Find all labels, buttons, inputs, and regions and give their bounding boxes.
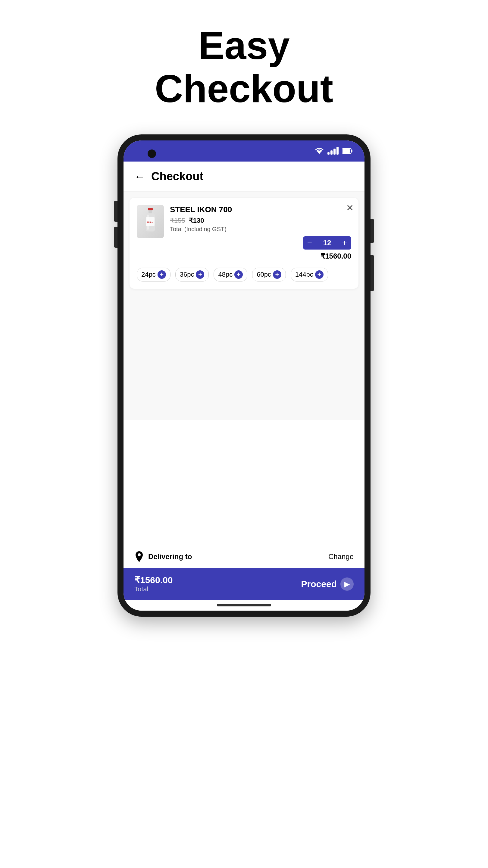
item-name: STEEL IKON 700 xyxy=(170,205,351,214)
proceed-bar: ₹1560.00 Total Proceed ▶ xyxy=(124,568,364,600)
price-row: ₹155 ₹130 xyxy=(170,217,351,224)
bulk-options: 24pc + 36pc + 48pc + 60pc + xyxy=(137,268,351,281)
change-address-button[interactable]: Change xyxy=(328,553,354,561)
location-icon xyxy=(134,551,144,562)
gst-label: Total (Including GST) xyxy=(170,226,351,233)
volume-up-btn[interactable] xyxy=(114,201,118,222)
delivery-bar: Delivering to Change xyxy=(124,545,364,568)
bulk-option-36[interactable]: 36pc + xyxy=(175,268,209,281)
svg-rect-2 xyxy=(343,149,350,153)
item-total: ₹1560.00 xyxy=(137,252,351,260)
volume-buttons xyxy=(114,201,118,248)
quantity-control: − 12 + xyxy=(303,236,351,250)
phone-screen: ← Checkout ✕ xyxy=(124,141,364,611)
status-icons xyxy=(315,147,352,155)
svg-text:Milton: Milton xyxy=(147,221,154,223)
home-bar xyxy=(217,604,271,607)
proceed-button[interactable]: Proceed ▶ xyxy=(301,578,354,591)
app-header: ← Checkout xyxy=(124,161,364,192)
status-bar xyxy=(124,141,364,161)
delivering-label: Delivering to xyxy=(148,553,192,561)
bulk-option-144[interactable]: 144pc + xyxy=(291,268,328,281)
increase-quantity-button[interactable]: + xyxy=(338,236,351,250)
page-title: Checkout xyxy=(151,170,203,183)
cart-item-card: ✕ xyxy=(130,198,358,289)
bulk-option-36-label: 36pc xyxy=(180,271,194,278)
bulk-option-144-label: 144pc xyxy=(295,271,313,278)
svg-rect-5 xyxy=(149,210,152,213)
remove-item-button[interactable]: ✕ xyxy=(346,203,354,213)
cart-spacer xyxy=(124,420,364,545)
bulk-option-48-label: 48pc xyxy=(218,271,233,278)
phone-frame: ← Checkout ✕ xyxy=(118,134,370,617)
volume-down-btn[interactable] xyxy=(114,227,118,248)
bulk-option-60-plus: + xyxy=(273,270,281,279)
bulk-option-48[interactable]: 48pc + xyxy=(214,268,247,281)
price-total-block: ₹1560.00 Total xyxy=(134,575,173,593)
proceed-text: Proceed xyxy=(301,579,337,589)
home-indicator xyxy=(124,600,364,611)
bulk-option-36-plus: + xyxy=(196,270,204,279)
svg-marker-0 xyxy=(317,151,322,154)
back-button[interactable]: ← xyxy=(134,170,145,183)
original-price: ₹155 xyxy=(170,217,185,224)
camera-cutout xyxy=(148,150,156,158)
decrease-quantity-button[interactable]: − xyxy=(303,236,316,250)
delivery-left: Delivering to xyxy=(134,551,192,562)
bulk-option-60[interactable]: 60pc + xyxy=(252,268,286,281)
item-row: Milton STEEL IKON 700 ₹155 ₹130 Total (I… xyxy=(137,205,351,250)
quantity-value: 12 xyxy=(316,239,338,247)
total-label: Total xyxy=(134,585,173,593)
bulk-option-48-plus: + xyxy=(234,270,243,279)
bulk-option-144-plus: + xyxy=(315,270,324,279)
product-image: Milton xyxy=(137,205,164,238)
battery-icon xyxy=(342,148,352,154)
item-details: STEEL IKON 700 ₹155 ₹130 Total (Includin… xyxy=(170,205,351,250)
wifi-icon xyxy=(315,147,324,155)
svg-rect-3 xyxy=(351,150,352,152)
bulk-option-24-plus: + xyxy=(158,270,166,279)
total-amount: ₹1560.00 xyxy=(134,575,173,585)
signal-bars-icon xyxy=(327,147,338,155)
bulk-option-60-label: 60pc xyxy=(257,271,271,278)
svg-rect-4 xyxy=(148,208,153,210)
sale-price: ₹130 xyxy=(189,217,204,224)
proceed-arrow-icon: ▶ xyxy=(340,578,354,591)
cart-content: ✕ xyxy=(124,192,364,420)
hero-title: Easy Checkout xyxy=(155,24,333,110)
bulk-option-24[interactable]: 24pc + xyxy=(137,268,170,281)
bulk-option-24-label: 24pc xyxy=(141,271,156,278)
bottle-illustration: Milton xyxy=(143,208,158,235)
